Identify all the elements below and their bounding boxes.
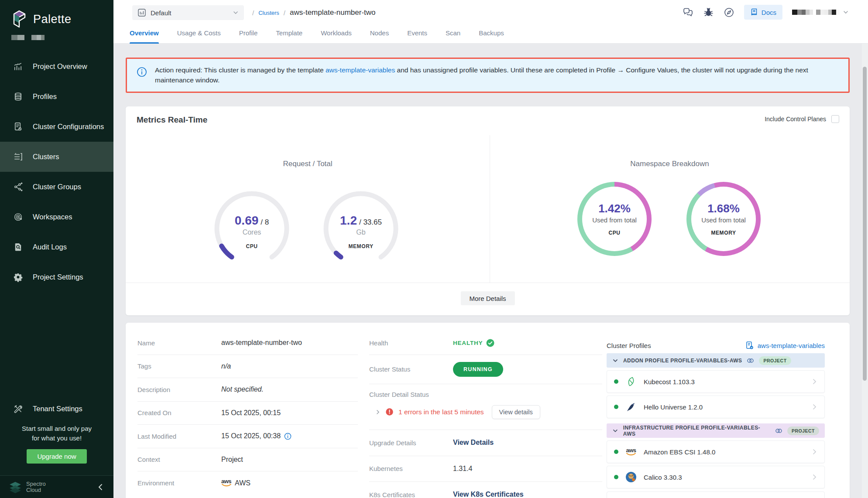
brand-line2: Cloud: [26, 487, 46, 493]
chevron-down-icon: [612, 428, 618, 434]
cpu-gauge-value: 0.69: [235, 214, 259, 228]
tab-scan[interactable]: Scan: [446, 22, 460, 44]
include-cp-checkbox[interactable]: [831, 115, 839, 123]
row-value: Not specified.: [221, 385, 264, 393]
page-scrollbar[interactable]: [862, 44, 868, 498]
aws-word: aws: [221, 479, 231, 484]
details-middle-column: Health HEALTHY Cluster Status RUNNING Cl…: [369, 331, 602, 498]
status-dot: [614, 450, 618, 454]
sidebar-item-workspaces[interactable]: Workspaces: [0, 202, 113, 232]
row-value: n/a: [221, 362, 231, 370]
pack-row-calico[interactable]: Calico 3.30.3: [607, 466, 825, 488]
sidebar-item-tenant-settings[interactable]: Tenant Settings: [0, 394, 113, 424]
cluster-detail-status-block: Cluster Detail Status 1 errors in the la…: [369, 384, 602, 430]
project-scope-icon: [137, 8, 146, 17]
status-dot: [614, 475, 618, 479]
namespace-memory-donut: 1.68% Used from total MEMORY: [686, 182, 761, 256]
health-row: Health HEALTHY: [369, 331, 602, 355]
aws-word: aws: [626, 448, 636, 453]
ns-memory-percent: 1.68%: [707, 202, 740, 215]
tab-usage-costs[interactable]: Usage & Costs: [177, 22, 221, 44]
cpu-gauge-total: / 8: [261, 218, 269, 227]
top-header: Default / Clusters / aws-template-number…: [113, 0, 868, 44]
explore-compass-icon[interactable]: [724, 7, 734, 18]
chevron-down-icon: [612, 358, 618, 364]
pack-row-partial[interactable]: [607, 491, 825, 498]
chevron-right-icon[interactable]: [375, 409, 381, 415]
health-status: HEALTHY: [453, 339, 494, 347]
cluster-profiles-header: Cluster Profiles aws-template-variables: [607, 341, 825, 350]
link-icon: [747, 358, 754, 364]
more-details-button[interactable]: More Details: [460, 291, 515, 305]
tab-workloads[interactable]: Workloads: [321, 22, 352, 44]
aws-icon: aws: [625, 446, 637, 457]
info-icon[interactable]: [284, 433, 292, 440]
sidebar-item-project-settings[interactable]: Project Settings: [0, 262, 113, 292]
breadcrumb-clusters-link[interactable]: Clusters: [258, 10, 279, 16]
docs-button[interactable]: Docs: [744, 5, 782, 20]
sidebar-item-profiles[interactable]: Profiles: [0, 82, 113, 112]
row-label: Last Modified: [137, 433, 221, 440]
upgrade-now-button[interactable]: Upgrade now: [27, 449, 86, 464]
chat-icon[interactable]: [683, 7, 693, 18]
status-dot: [614, 379, 618, 384]
breadcrumb-current: aws-template-number-two: [290, 8, 376, 17]
scrollbar-thumb[interactable]: [863, 67, 867, 381]
sidebar-item-project-overview[interactable]: Project Overview: [0, 51, 113, 82]
row-label: Health: [369, 339, 453, 347]
tab-nodes[interactable]: Nodes: [370, 22, 389, 44]
metrics-title: Metrics Real-Time: [137, 115, 207, 125]
pack-row-hello-universe[interactable]: Hello Universe 1.2.0: [607, 396, 825, 418]
logo-text: Palette: [33, 13, 72, 26]
palette-logo-icon: [10, 10, 28, 29]
row-label: K8s Certificates: [369, 491, 453, 498]
redacted-user-name: [792, 10, 813, 15]
template-link[interactable]: aws-template-variables: [745, 341, 825, 350]
tab-backups[interactable]: Backups: [479, 22, 504, 44]
redacted-user-name-2: [816, 10, 840, 15]
tab-events[interactable]: Events: [407, 22, 427, 44]
details-left-column: Name aws-template-number-two Tags n/a De…: [137, 331, 358, 495]
running-status-badge[interactable]: RUNNING: [453, 362, 503, 377]
row-value: Project: [221, 456, 243, 464]
row-label: Kubernetes: [369, 465, 453, 472]
pack-row-amazon-ebs-csi[interactable]: aws Amazon EBS CSI 1.48.0: [607, 440, 825, 463]
sidebar-item-cluster-groups[interactable]: Cluster Groups: [0, 172, 113, 202]
gear-icon: [13, 272, 23, 282]
addon-profile-header[interactable]: ADDON PROFILE PROFILE-VARIABLES-AWS PROJ…: [607, 353, 825, 368]
pack-row-kubecost[interactable]: Kubecost 1.103.3: [607, 370, 825, 393]
infrastructure-profile-header[interactable]: INFRASTRUCTURE PROFILE PROFILE-VARIABLES…: [607, 423, 825, 438]
bug-report-icon[interactable]: [703, 7, 714, 18]
namespace-cpu-donut: 1.42% Used from total CPU: [577, 182, 652, 256]
ns-cpu-caption: Used from total: [592, 216, 637, 224]
view-details-button[interactable]: View details: [492, 405, 540, 419]
tab-overview[interactable]: Overview: [130, 22, 159, 44]
view-k8s-certificates-link[interactable]: View K8s Certificates: [453, 491, 524, 498]
pack-name: Calico 3.30.3: [644, 474, 682, 481]
sidebar-item-cluster-configurations[interactable]: Cluster Configurations: [0, 112, 113, 142]
sidebar-item-label: Cluster Groups: [33, 183, 81, 191]
sidebar-collapse-icon[interactable]: [98, 484, 103, 491]
cpu-gauge-unit: Cores: [243, 229, 261, 236]
upgrade-view-details-link[interactable]: View Details: [453, 439, 494, 447]
row-label: Environment: [137, 479, 221, 487]
banner-template-link[interactable]: aws-template-variables: [326, 66, 395, 74]
include-cp-label: Include Control Planes: [765, 116, 826, 123]
sidebar-item-clusters[interactable]: Clusters: [0, 142, 113, 172]
k8s-certificates-row: K8s Certificates View K8s Certificates: [369, 482, 602, 498]
sidebar-item-label: Workspaces: [33, 213, 72, 221]
docs-label: Docs: [762, 9, 776, 16]
tab-profile[interactable]: Profile: [239, 22, 258, 44]
app-window: Palette Project Overview Profiles: [0, 0, 868, 498]
spectro-cloud-logo-icon: [9, 481, 22, 493]
sidebar-item-audit-logs[interactable]: Audit Logs: [0, 232, 113, 262]
ns-memory-label: MEMORY: [711, 230, 736, 236]
chevron-down-icon: [843, 9, 849, 15]
user-menu[interactable]: [792, 9, 849, 15]
tab-template[interactable]: Template: [276, 22, 302, 44]
metrics-divider: [490, 135, 490, 283]
project-selector[interactable]: Default: [132, 5, 244, 20]
row-label: Name: [137, 339, 221, 347]
promo-line1: Start small and only pay: [0, 424, 113, 433]
pack-name: Amazon EBS CSI 1.48.0: [644, 448, 715, 456]
